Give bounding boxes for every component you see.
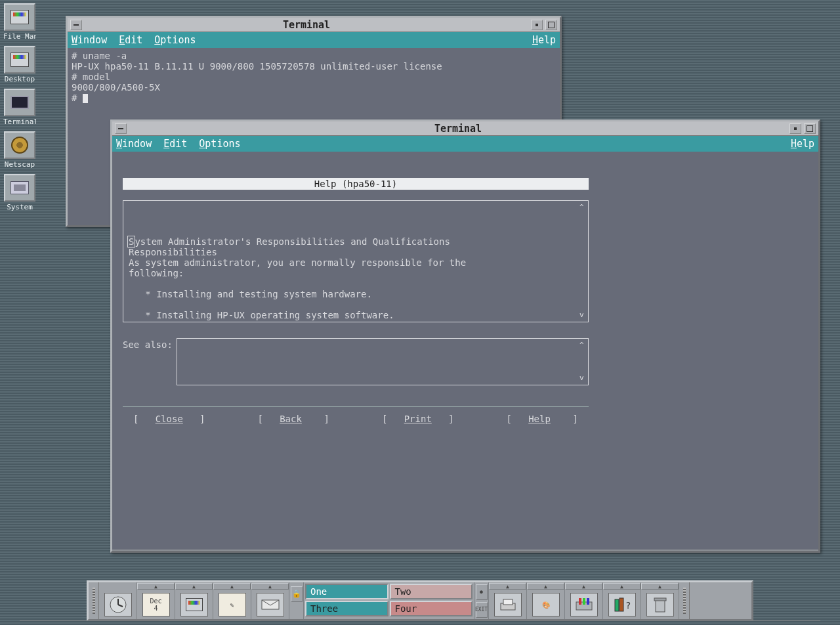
panel-handle-right[interactable] xyxy=(679,582,690,619)
workspace-four[interactable]: Four xyxy=(390,601,473,616)
file-manager-icon[interactable]: File Man xyxy=(3,3,36,41)
fp-apps[interactable]: ▲ xyxy=(565,582,603,619)
notepad-icon: ✎ xyxy=(219,593,246,616)
panel-handle-left[interactable] xyxy=(89,582,99,619)
mail-icon xyxy=(257,593,284,616)
svg-rect-13 xyxy=(656,600,665,612)
style-manager-icon: 🎨 xyxy=(532,593,560,616)
terminal-content[interactable]: Help (hpa50-11) ^ v System Administrator… xyxy=(112,152,818,550)
see-also-list[interactable]: ^ v xyxy=(177,338,589,385)
terminal-text: # uname -a HP-UX hpa50-11 B.11.11 U 9000… xyxy=(72,51,442,103)
terminal-glyph-icon xyxy=(10,96,29,109)
menu-help[interactable]: Help xyxy=(532,34,556,46)
help-subheading: Responsibilities xyxy=(129,247,217,257)
front-panel: ▲ Dec 4 ▲ ▲ ✎ ▲ 🔒 One Two Three Four ● E… xyxy=(87,580,753,621)
drawer-icon xyxy=(10,10,29,24)
svg-rect-8 xyxy=(583,598,585,605)
workspace-switcher: One Two Three Four xyxy=(304,582,474,619)
menu-edit[interactable]: Edit xyxy=(119,34,142,46)
system-icon[interactable]: System xyxy=(3,174,36,211)
menu-window[interactable]: Window xyxy=(116,138,152,150)
toolbox-icon xyxy=(570,593,598,616)
fp-notes[interactable]: ▲ ✎ xyxy=(213,582,251,619)
subpanel-arrow-icon[interactable]: ▲ xyxy=(527,583,564,590)
file-drawer-icon xyxy=(180,593,208,616)
menu-options[interactable]: Options xyxy=(154,34,196,46)
icon-label: System xyxy=(3,203,36,211)
svg-rect-14 xyxy=(654,598,666,601)
scroll-down-icon[interactable]: v xyxy=(579,310,586,320)
help-books-icon: ? xyxy=(608,593,636,616)
window-title: Terminal xyxy=(83,19,530,31)
titlebar[interactable]: Terminal xyxy=(68,18,560,32)
subpanel-arrow-icon[interactable]: ▲ xyxy=(175,583,213,590)
netscape-icon[interactable]: Netscap xyxy=(3,131,36,169)
fp-help[interactable]: ▲ ? xyxy=(603,582,641,619)
help-button[interactable]: [ Help ] xyxy=(496,414,589,424)
scroll-up-icon[interactable]: ^ xyxy=(579,340,586,351)
subpanel-arrow-icon[interactable]: ▲ xyxy=(137,583,175,590)
svg-rect-7 xyxy=(579,598,581,605)
calendar-icon: Dec 4 xyxy=(142,593,170,616)
workspace-two[interactable]: Two xyxy=(390,584,473,599)
fp-clock[interactable] xyxy=(99,582,137,619)
lock-button[interactable]: 🔒 xyxy=(291,586,303,602)
fp-style[interactable]: ▲ 🎨 xyxy=(527,582,565,619)
titlebar[interactable]: Terminal xyxy=(112,121,818,136)
lock-icon: 🔒 xyxy=(292,590,301,598)
svg-rect-5 xyxy=(503,599,513,605)
help-intro: As system administrator, you are normall… xyxy=(129,257,466,278)
menu-edit[interactable]: Edit xyxy=(163,138,187,150)
fp-mail[interactable]: ▲ xyxy=(251,582,289,619)
workspace-three[interactable]: Three xyxy=(305,601,388,616)
fp-trash[interactable]: ▲ xyxy=(641,582,679,619)
scroll-up-icon[interactable]: ^ xyxy=(579,202,586,213)
svg-text:?: ? xyxy=(625,600,631,611)
menu-bar: Window Edit Options Help xyxy=(68,32,560,48)
exit-button[interactable]: EXIT xyxy=(476,602,488,618)
menu-help[interactable]: Help xyxy=(791,138,814,150)
trash-icon xyxy=(646,593,674,616)
close-button[interactable]: [ Close ] xyxy=(123,414,216,424)
menu-options[interactable]: Options xyxy=(199,138,240,150)
printer-icon xyxy=(494,593,522,616)
svg-rect-9 xyxy=(587,598,589,605)
help-text-pane[interactable]: ^ v System Administrator's Responsibilit… xyxy=(123,200,589,322)
scroll-down-icon[interactable]: v xyxy=(579,373,586,383)
back-button[interactable]: [ Back ] xyxy=(247,414,341,424)
icon-label: Desktop xyxy=(3,75,36,83)
menu-bar: Window Edit Options Help xyxy=(112,136,818,152)
icon-label: Terminal xyxy=(3,118,36,126)
maximize-button[interactable] xyxy=(804,123,816,134)
terminal-icon[interactable]: Terminal xyxy=(3,89,36,126)
svg-rect-10 xyxy=(615,599,619,611)
menu-window[interactable]: Window xyxy=(72,34,107,46)
icon-label: File Man xyxy=(3,32,36,41)
help-heading: System Administrator's Responsibilities … xyxy=(129,236,450,247)
subpanel-arrow-icon[interactable]: ▲ xyxy=(489,583,526,590)
subpanel-arrow-icon[interactable]: ▲ xyxy=(251,583,289,590)
window-menu-button[interactable] xyxy=(115,123,127,134)
ship-wheel-icon xyxy=(11,137,28,154)
desktop-icon[interactable]: Desktop xyxy=(3,46,36,83)
print-button[interactable]: [ Print ] xyxy=(371,414,465,424)
fp-calendar[interactable]: ▲ Dec 4 xyxy=(137,582,175,619)
workspace-one[interactable]: One xyxy=(305,584,388,599)
minimize-button[interactable] xyxy=(531,20,543,30)
subpanel-arrow-icon[interactable]: ▲ xyxy=(565,583,602,590)
svg-rect-11 xyxy=(620,598,623,611)
help-bullet: * Installing HP-UX operating system soft… xyxy=(145,310,394,320)
cursor-icon xyxy=(83,94,88,103)
help-button-row: [ Close ] [ Back ] [ Print ] [ Help ] xyxy=(123,406,589,428)
clock-icon xyxy=(104,593,132,616)
subpanel-arrow-icon[interactable]: ▲ xyxy=(641,583,679,590)
terminal-window-front[interactable]: Terminal Window Edit Options Help Help (… xyxy=(110,119,820,553)
icon-label: Netscap xyxy=(3,160,36,169)
subpanel-arrow-icon[interactable]: ▲ xyxy=(213,583,251,590)
fp-printer[interactable]: ▲ xyxy=(489,582,527,619)
maximize-button[interactable] xyxy=(545,20,557,30)
minimize-button[interactable] xyxy=(789,123,801,134)
window-menu-button[interactable] xyxy=(70,20,82,30)
fp-files[interactable]: ▲ xyxy=(175,582,213,619)
subpanel-arrow-icon[interactable]: ▲ xyxy=(603,583,640,590)
